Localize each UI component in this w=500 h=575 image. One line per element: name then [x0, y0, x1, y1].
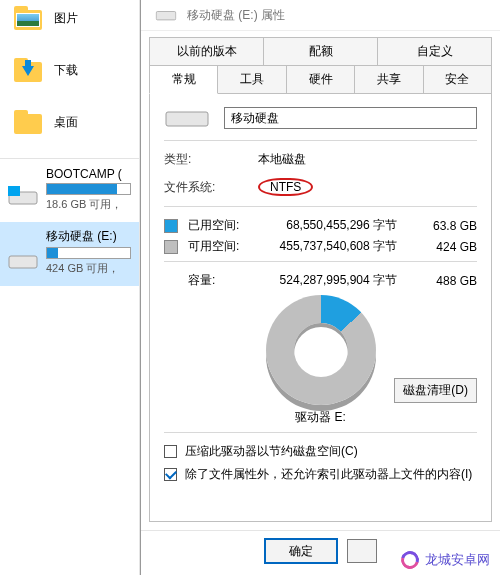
tab-security[interactable]: 安全 — [424, 65, 492, 94]
free-space-human: 424 GB — [417, 240, 477, 254]
drive-name: BOOTCAMP ( — [46, 167, 131, 181]
compress-checkbox-row[interactable]: 压缩此驱动器以节约磁盘空间(C) — [164, 443, 477, 460]
index-checkbox-row[interactable]: 除了文件属性外，还允许索引此驱动器上文件的内容(I) — [164, 466, 477, 483]
nav-label: 桌面 — [54, 114, 78, 131]
separator — [0, 158, 139, 159]
checkbox-icon[interactable] — [164, 445, 177, 458]
tabs-row-bottom: 常规 工具 硬件 共享 安全 — [149, 65, 492, 94]
drive-bootcamp[interactable]: BOOTCAMP ( 18.6 GB 可用， — [0, 161, 139, 222]
properties-dialog: 移动硬盘 (E:) 属性 以前的版本 配额 自定义 常规 工具 硬件 共享 安全… — [140, 0, 500, 575]
tab-tools[interactable]: 工具 — [218, 65, 286, 94]
tab-customize[interactable]: 自定义 — [378, 37, 492, 65]
watermark: 龙城安卓网 — [395, 549, 496, 571]
disk-usage-pie-icon — [266, 295, 376, 405]
tab-panel-general: 类型: 本地磁盘 文件系统: NTFS 已用空间: 68,550,455,296… — [149, 93, 492, 522]
checkbox-icon[interactable] — [164, 468, 177, 481]
downloads-folder-icon — [14, 58, 42, 82]
nav-desktop[interactable]: 桌面 — [0, 104, 139, 156]
drive-caption: 驱动器 E: — [164, 409, 477, 426]
usage-bar — [46, 183, 131, 195]
svg-rect-2 — [9, 256, 37, 268]
separator — [164, 261, 477, 262]
compress-label: 压缩此驱动器以节约磁盘空间(C) — [185, 443, 358, 460]
used-space-human: 63.8 GB — [417, 219, 477, 233]
used-space-bytes: 68,550,455,296 字节 — [268, 217, 407, 234]
nav-downloads[interactable]: 下载 — [0, 52, 139, 104]
svg-rect-3 — [156, 12, 176, 20]
tabs-row-top: 以前的版本 配额 自定义 — [149, 37, 492, 65]
separator — [164, 140, 477, 141]
type-label: 类型: — [164, 151, 244, 168]
drive-icon — [8, 186, 38, 208]
type-value: 本地磁盘 — [258, 151, 306, 168]
separator — [164, 206, 477, 207]
capacity-label: 容量: — [188, 272, 258, 289]
used-space-swatch — [164, 219, 178, 233]
nav-pictures[interactable]: 图片 — [0, 0, 139, 52]
dialog-title: 移动硬盘 (E:) 属性 — [187, 7, 285, 24]
filesystem-value-highlighted: NTFS — [258, 178, 313, 196]
index-label: 除了文件属性外，还允许索引此驱动器上文件的内容(I) — [185, 466, 472, 483]
watermark-logo-icon — [398, 548, 423, 573]
tab-previous-versions[interactable]: 以前的版本 — [149, 37, 264, 65]
explorer-sidebar: 图片 下载 桌面 BOOTCAMP ( 18.6 GB 可用， 移动硬盘 (E:… — [0, 0, 140, 575]
drive-icon — [164, 106, 210, 130]
tab-sharing[interactable]: 共享 — [355, 65, 423, 94]
free-space-label: 可用空间: — [188, 238, 258, 255]
desktop-folder-icon — [14, 110, 42, 134]
svg-rect-4 — [166, 112, 208, 126]
pictures-folder-icon — [14, 6, 42, 30]
tab-quota[interactable]: 配额 — [264, 37, 378, 65]
tab-general[interactable]: 常规 — [149, 65, 218, 94]
drive-name: 移动硬盘 (E:) — [46, 228, 131, 245]
dialog-titlebar: 移动硬盘 (E:) 属性 — [141, 0, 500, 31]
drive-icon — [156, 7, 177, 22]
free-space-bytes: 455,737,540,608 字节 — [268, 238, 407, 255]
drive-icon — [8, 250, 38, 272]
volume-name-input[interactable] — [224, 107, 477, 129]
drive-subtext: 424 GB 可用， — [46, 261, 131, 276]
svg-rect-1 — [8, 186, 20, 196]
drive-subtext: 18.6 GB 可用， — [46, 197, 131, 212]
filesystem-label: 文件系统: — [164, 179, 244, 196]
disk-cleanup-button[interactable]: 磁盘清理(D) — [394, 378, 477, 403]
usage-bar — [46, 247, 131, 259]
nav-label: 下载 — [54, 62, 78, 79]
nav-label: 图片 — [54, 10, 78, 27]
separator — [164, 432, 477, 433]
capacity-human: 488 GB — [417, 274, 477, 288]
next-button[interactable] — [347, 539, 377, 563]
used-space-label: 已用空间: — [188, 217, 258, 234]
capacity-bytes: 524,287,995,904 字节 — [268, 272, 407, 289]
drive-removable-e[interactable]: 移动硬盘 (E:) 424 GB 可用， — [0, 222, 139, 286]
ok-button[interactable]: 确定 — [265, 539, 337, 563]
tab-hardware[interactable]: 硬件 — [287, 65, 355, 94]
watermark-text: 龙城安卓网 — [425, 551, 490, 569]
free-space-swatch — [164, 240, 178, 254]
